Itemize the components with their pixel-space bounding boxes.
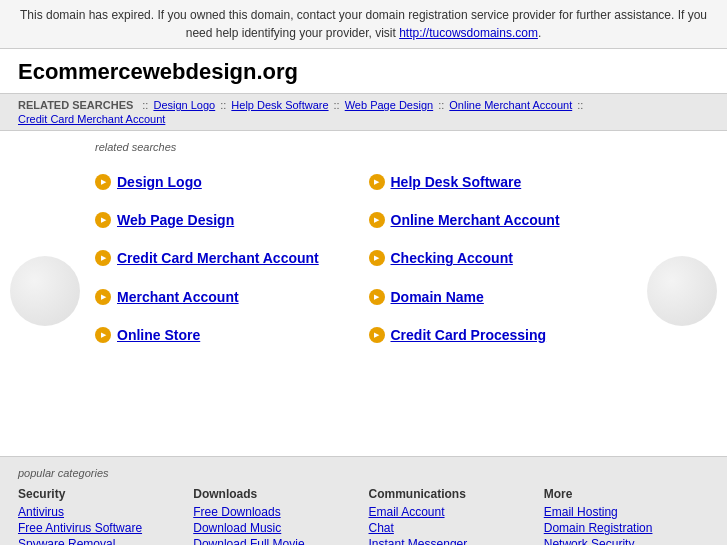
right-circle xyxy=(647,256,717,326)
result-link-credit-card-merchant[interactable]: Credit Card Merchant Account xyxy=(117,249,319,267)
list-item: Help Desk Software xyxy=(364,163,638,201)
related-bar-item-4[interactable]: Credit Card Merchant Account xyxy=(18,113,165,125)
arrow-icon xyxy=(95,212,111,228)
results-grid: Design Logo Help Desk Software Web Page … xyxy=(90,163,637,354)
cat-link[interactable]: Instant Messenger xyxy=(369,537,534,545)
cat-header-downloads: Downloads xyxy=(193,487,358,501)
result-link-web-page[interactable]: Web Page Design xyxy=(117,211,234,229)
cat-link[interactable]: Free Antivirus Software xyxy=(18,521,183,535)
cat-header-comms: Communications xyxy=(369,487,534,501)
site-title: Ecommercewebdesign.org xyxy=(0,49,727,93)
cat-link[interactable]: Antivirus xyxy=(18,505,183,519)
arrow-icon xyxy=(95,289,111,305)
list-item: Credit Card Processing xyxy=(364,316,638,354)
result-link-design-logo[interactable]: Design Logo xyxy=(117,173,202,191)
cat-link[interactable]: Chat xyxy=(369,521,534,535)
arrow-icon xyxy=(95,327,111,343)
cat-link[interactable]: Download Music xyxy=(193,521,358,535)
related-bar: RELATED SEARCHES :: Design Logo :: Help … xyxy=(0,93,727,131)
arrow-icon xyxy=(95,250,111,266)
result-link-help-desk[interactable]: Help Desk Software xyxy=(391,173,522,191)
cat-col-more: More Email Hosting Domain Registration N… xyxy=(544,487,709,545)
related-bar-item-1[interactable]: Help Desk Software xyxy=(231,99,328,111)
search-results: related searches Design Logo Help Desk S… xyxy=(90,131,637,451)
left-decoration xyxy=(0,131,90,451)
popular-label: popular categories xyxy=(18,467,709,479)
search-results-label: related searches xyxy=(90,141,637,153)
result-link-checking[interactable]: Checking Account xyxy=(391,249,513,267)
arrow-icon xyxy=(369,250,385,266)
result-link-credit-card-proc[interactable]: Credit Card Processing xyxy=(391,326,547,344)
result-link-online-store[interactable]: Online Store xyxy=(117,326,200,344)
arrow-icon xyxy=(369,327,385,343)
right-decoration xyxy=(637,131,727,451)
cat-link[interactable]: Download Full Movie xyxy=(193,537,358,545)
popular-categories: popular categories Security Antivirus Fr… xyxy=(0,456,727,545)
cat-col-downloads: Downloads Free Downloads Download Music … xyxy=(193,487,358,545)
cat-link[interactable]: Email Hosting xyxy=(544,505,709,519)
list-item: Domain Name xyxy=(364,278,638,316)
arrow-icon xyxy=(369,212,385,228)
notice-link[interactable]: http://tucowsdomains.com xyxy=(399,26,538,40)
cat-link[interactable]: Free Downloads xyxy=(193,505,358,519)
cat-link[interactable]: Spyware Removal xyxy=(18,537,183,545)
related-bar-item-3[interactable]: Online Merchant Account xyxy=(449,99,572,111)
related-bar-item-0[interactable]: Design Logo xyxy=(153,99,215,111)
list-item: Online Merchant Account xyxy=(364,201,638,239)
categories-grid: Security Antivirus Free Antivirus Softwa… xyxy=(18,487,709,545)
result-link-merchant[interactable]: Merchant Account xyxy=(117,288,239,306)
list-item: Credit Card Merchant Account xyxy=(90,239,364,277)
list-item: Merchant Account xyxy=(90,278,364,316)
cat-link[interactable]: Network Security xyxy=(544,537,709,545)
list-item: Online Store xyxy=(90,316,364,354)
result-link-online-merchant[interactable]: Online Merchant Account xyxy=(391,211,560,229)
cat-link[interactable]: Email Account xyxy=(369,505,534,519)
result-link-domain[interactable]: Domain Name xyxy=(391,288,484,306)
arrow-icon xyxy=(95,174,111,190)
arrow-icon xyxy=(369,289,385,305)
cat-header-more: More xyxy=(544,487,709,501)
cat-col-comms: Communications Email Account Chat Instan… xyxy=(369,487,534,545)
related-bar-item-2[interactable]: Web Page Design xyxy=(345,99,433,111)
main-content: related searches Design Logo Help Desk S… xyxy=(0,131,727,451)
list-item: Checking Account xyxy=(364,239,638,277)
cat-link[interactable]: Domain Registration xyxy=(544,521,709,535)
notice-bar: This domain has expired. If you owned th… xyxy=(0,0,727,49)
notice-text: This domain has expired. If you owned th… xyxy=(20,8,707,40)
cat-header-security: Security xyxy=(18,487,183,501)
related-bar-label: RELATED SEARCHES xyxy=(18,99,133,111)
left-circle xyxy=(10,256,80,326)
cat-col-security: Security Antivirus Free Antivirus Softwa… xyxy=(18,487,183,545)
list-item: Web Page Design xyxy=(90,201,364,239)
arrow-icon xyxy=(369,174,385,190)
list-item: Design Logo xyxy=(90,163,364,201)
